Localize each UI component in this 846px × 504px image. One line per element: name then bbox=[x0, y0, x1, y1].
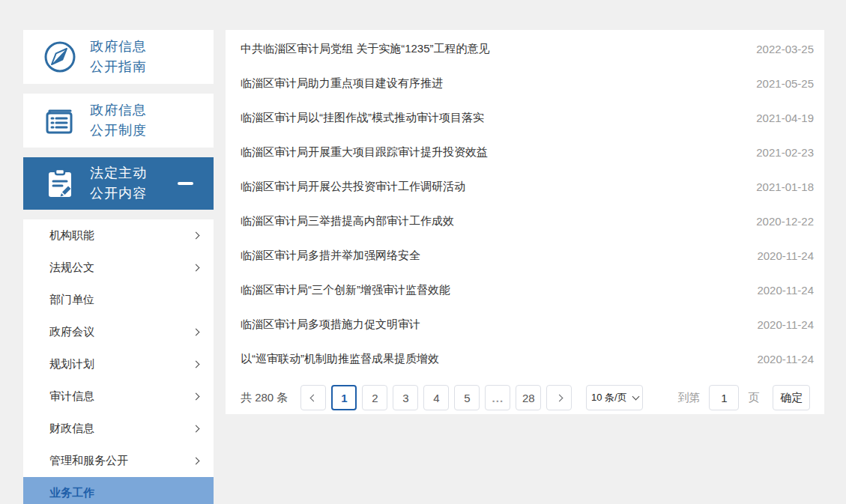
chevron-right-icon bbox=[193, 361, 200, 368]
chevron-down-icon bbox=[632, 393, 639, 401]
news-link[interactable]: 临淄区审计局多项措施力促文明审计 bbox=[241, 318, 742, 332]
page-number-button[interactable]: 28 bbox=[516, 385, 541, 410]
sidebar-menu-item[interactable]: 部门单位 bbox=[23, 284, 214, 316]
page-number-button[interactable]: 5 bbox=[454, 385, 480, 410]
news-date: 2021-05-25 bbox=[756, 77, 814, 90]
sidebar: 政府信息 公开指南 政府信息 公开制度 bbox=[23, 30, 214, 504]
news-link[interactable]: 临淄区审计局开展公共投资审计工作调研活动 bbox=[241, 180, 741, 194]
chevron-left-icon bbox=[309, 394, 317, 401]
sidebar-menu-item[interactable]: 财政信息 bbox=[23, 413, 214, 445]
sidebar-menu-item[interactable]: 审计信息 bbox=[23, 380, 214, 413]
sidebar-card-system[interactable]: 政府信息 公开制度 bbox=[23, 94, 214, 148]
sidebar-menu-item-label: 法规公文 bbox=[49, 261, 193, 275]
list-item: 临淄区审计局“三个创新”增强审计监督效能 2020-11-24 bbox=[241, 273, 814, 307]
sidebar-menu-item-label: 政府会议 bbox=[49, 325, 193, 339]
chevron-right-icon bbox=[193, 425, 200, 433]
news-date: 2020-12-22 bbox=[756, 215, 814, 228]
sidebar-menu-item-label: 部门单位 bbox=[49, 293, 193, 307]
sidebar-menu-item-label: 管理和服务公开 bbox=[49, 454, 193, 468]
sidebar-menu-item-label: 审计信息 bbox=[49, 389, 193, 404]
news-date: 2021-01-18 bbox=[756, 180, 814, 193]
sidebar-menu-item[interactable]: 业务工作 bbox=[23, 477, 214, 504]
list-item: 临淄区审计局多措并举加强网络安全 2020-11-24 bbox=[241, 238, 814, 273]
sidebar-card-guide-label: 政府信息 公开指南 bbox=[90, 37, 147, 77]
goto-page-input[interactable] bbox=[709, 385, 739, 410]
list-item: 临淄区审计局多项措施力促文明审计 2020-11-24 bbox=[241, 307, 814, 341]
sidebar-menu-item[interactable]: 机构职能 bbox=[23, 219, 214, 252]
goto-prefix-label: 到第 bbox=[677, 391, 700, 405]
news-link[interactable]: 临淄区审计局三举措提高内部审计工作成效 bbox=[241, 214, 741, 228]
list-item: 中共临淄区审计局党组 关于实施“1235”工程的意见 2022-03-25 bbox=[241, 31, 814, 66]
list-item: 临淄区审计局三举措提高内部审计工作成效 2020-12-22 bbox=[241, 204, 814, 238]
chevron-right-icon bbox=[193, 264, 200, 272]
news-link[interactable]: 临淄区审计局助力重点项目建设有序推进 bbox=[241, 76, 741, 91]
sidebar-card-legal-disclosure[interactable]: 法定主动 公开内容 bbox=[23, 157, 214, 210]
news-date: 2021-02-23 bbox=[756, 146, 814, 159]
prev-page-button[interactable] bbox=[300, 385, 326, 410]
goto-suffix-label: 页 bbox=[748, 391, 759, 405]
news-date: 2020-11-24 bbox=[757, 353, 814, 365]
news-link[interactable]: 临淄区审计局多措并举加强网络安全 bbox=[241, 249, 742, 263]
news-link[interactable]: 以“巡审联动”机制助推监督成果提质增效 bbox=[241, 352, 742, 366]
news-link[interactable]: 中共临淄区审计局党组 关于实施“1235”工程的意见 bbox=[241, 42, 741, 56]
sidebar-menu: 机构职能 法规公文 部门单位 政府会议 规划计划 审计信息 财政信息 管理和服务… bbox=[23, 219, 214, 504]
chevron-right-icon bbox=[193, 393, 200, 401]
sidebar-menu-item-label: 机构职能 bbox=[49, 228, 193, 243]
sidebar-menu-item[interactable]: 规划计划 bbox=[23, 348, 214, 380]
clipboard-icon bbox=[42, 166, 78, 201]
compass-icon bbox=[42, 39, 78, 75]
list-item: 临淄区审计局开展公共投资审计工作调研活动 2021-01-18 bbox=[241, 169, 814, 204]
list-item: 临淄区审计局以“挂图作战”模式推动审计项目落实 2021-04-19 bbox=[241, 100, 814, 135]
pagination: 共 280 条 1 2 3 4 5 ... 28 10 条/页 到第 页 确定 bbox=[241, 385, 814, 410]
news-link[interactable]: 临淄区审计局以“挂图作战”模式推动审计项目落实 bbox=[241, 111, 741, 125]
page-number-button[interactable]: ... bbox=[485, 385, 510, 410]
sidebar-menu-item[interactable]: 管理和服务公开 bbox=[23, 445, 214, 477]
news-date: 2020-11-24 bbox=[757, 249, 814, 262]
page-number-button[interactable]: 2 bbox=[362, 385, 387, 410]
page-size-select[interactable]: 10 条/页 bbox=[586, 385, 643, 410]
news-date: 2020-11-24 bbox=[757, 318, 814, 331]
total-count-label: 共 280 条 bbox=[241, 391, 288, 405]
sidebar-menu-item-label: 业务工作 bbox=[49, 486, 193, 500]
chevron-right-icon bbox=[193, 232, 200, 240]
news-link[interactable]: 临淄区审计局“三个创新”增强审计监督效能 bbox=[241, 283, 742, 297]
chevron-right-icon bbox=[555, 394, 563, 401]
list-item: 以“巡审联动”机制助推监督成果提质增效 2020-11-24 bbox=[241, 341, 814, 376]
sidebar-menu-item-label: 规划计划 bbox=[49, 357, 193, 371]
page-buttons: 1 2 3 4 5 ... 28 bbox=[331, 385, 546, 410]
chevron-right-icon bbox=[193, 458, 200, 465]
page-size-value: 10 条/页 bbox=[591, 391, 627, 404]
news-panel: 中共临淄区审计局党组 关于实施“1235”工程的意见 2022-03-25 临淄… bbox=[226, 30, 824, 414]
next-page-button[interactable] bbox=[546, 385, 572, 410]
confirm-button[interactable]: 确定 bbox=[773, 385, 810, 410]
page-number-button[interactable]: 1 bbox=[331, 385, 357, 410]
list-item: 临淄区审计局开展重大项目跟踪审计提升投资效益 2021-02-23 bbox=[241, 135, 814, 169]
book-icon bbox=[42, 103, 78, 139]
news-date: 2021-04-19 bbox=[756, 112, 814, 124]
sidebar-card-system-label: 政府信息 公开制度 bbox=[90, 100, 147, 141]
news-list: 中共临淄区审计局党组 关于实施“1235”工程的意见 2022-03-25 临淄… bbox=[241, 31, 814, 376]
sidebar-card-guide[interactable]: 政府信息 公开指南 bbox=[23, 30, 214, 84]
sidebar-menu-item[interactable]: 法规公文 bbox=[23, 252, 214, 284]
news-date: 2022-03-25 bbox=[756, 43, 814, 55]
page-number-button[interactable]: 3 bbox=[393, 385, 418, 410]
sidebar-menu-item-label: 财政信息 bbox=[49, 422, 193, 436]
news-link[interactable]: 临淄区审计局开展重大项目跟踪审计提升投资效益 bbox=[241, 145, 741, 160]
news-date: 2020-11-24 bbox=[757, 284, 814, 297]
page-number-button[interactable]: 4 bbox=[423, 385, 449, 410]
minus-icon[interactable] bbox=[178, 182, 193, 185]
chevron-right-icon bbox=[193, 329, 200, 336]
goto-page-group: 到第 页 确定 bbox=[677, 385, 810, 410]
list-item: 临淄区审计局助力重点项目建设有序推进 2021-05-25 bbox=[241, 66, 814, 100]
sidebar-card-legal-disclosure-label: 法定主动 公开内容 bbox=[90, 163, 147, 204]
sidebar-menu-item[interactable]: 政府会议 bbox=[23, 316, 214, 348]
